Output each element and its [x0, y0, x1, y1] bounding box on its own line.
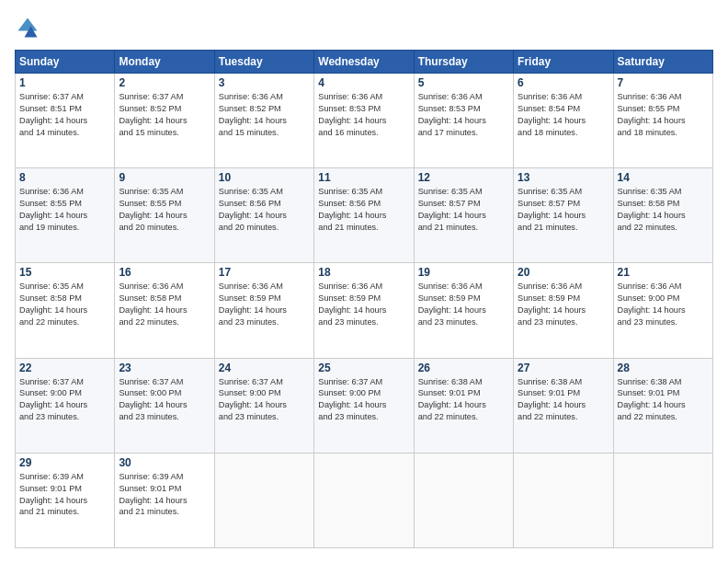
day-number: 22 [19, 362, 110, 374]
day-info: Sunrise: 6:36 AM Sunset: 8:55 PM Dayligh… [618, 91, 709, 139]
weekday-monday: Monday [115, 51, 214, 74]
logo [15, 15, 44, 40]
day-info: Sunrise: 6:35 AM Sunset: 8:56 PM Dayligh… [219, 186, 310, 234]
day-number: 11 [318, 171, 409, 184]
day-cell: 28Sunrise: 6:38 AM Sunset: 9:01 PM Dayli… [613, 358, 712, 453]
day-cell: 5Sunrise: 6:36 AM Sunset: 8:53 PM Daylig… [414, 74, 513, 168]
day-cell: 10Sunrise: 6:35 AM Sunset: 8:56 PM Dayli… [214, 168, 313, 263]
day-number: 19 [418, 266, 509, 279]
day-info: Sunrise: 6:39 AM Sunset: 9:01 PM Dayligh… [119, 471, 210, 519]
day-info: Sunrise: 6:39 AM Sunset: 9:01 PM Dayligh… [19, 471, 110, 519]
day-cell: 22Sunrise: 6:37 AM Sunset: 9:00 PM Dayli… [16, 358, 115, 453]
header [15, 15, 713, 40]
day-info: Sunrise: 6:35 AM Sunset: 8:58 PM Dayligh… [618, 186, 709, 234]
day-number: 17 [219, 266, 310, 279]
day-info: Sunrise: 6:36 AM Sunset: 8:55 PM Dayligh… [19, 186, 110, 234]
day-info: Sunrise: 6:36 AM Sunset: 8:59 PM Dayligh… [518, 281, 609, 328]
day-info: Sunrise: 6:36 AM Sunset: 8:52 PM Dayligh… [219, 91, 310, 139]
weekday-wednesday: Wednesday [314, 51, 414, 74]
day-number: 12 [418, 171, 509, 184]
day-cell: 3Sunrise: 6:36 AM Sunset: 8:52 PM Daylig… [214, 74, 313, 168]
day-info: Sunrise: 6:36 AM Sunset: 9:00 PM Dayligh… [618, 281, 709, 328]
day-info: Sunrise: 6:35 AM Sunset: 8:57 PM Dayligh… [418, 186, 509, 234]
day-cell [613, 453, 712, 547]
day-number: 16 [119, 266, 210, 279]
day-number: 4 [318, 76, 409, 89]
day-number: 14 [618, 171, 709, 184]
day-info: Sunrise: 6:37 AM Sunset: 9:00 PM Dayligh… [119, 376, 210, 424]
day-number: 9 [119, 171, 210, 184]
day-cell: 9Sunrise: 6:35 AM Sunset: 8:55 PM Daylig… [115, 168, 214, 263]
week-row-4: 22Sunrise: 6:37 AM Sunset: 9:00 PM Dayli… [16, 358, 713, 453]
day-info: Sunrise: 6:37 AM Sunset: 8:51 PM Dayligh… [19, 91, 110, 139]
day-info: Sunrise: 6:36 AM Sunset: 8:59 PM Dayligh… [418, 281, 509, 328]
calendar-table: SundayMondayTuesdayWednesdayThursdayFrid… [15, 50, 713, 548]
day-cell: 14Sunrise: 6:35 AM Sunset: 8:58 PM Dayli… [613, 168, 712, 263]
day-number: 26 [418, 362, 509, 374]
day-number: 29 [19, 456, 110, 469]
day-number: 3 [219, 76, 310, 89]
day-info: Sunrise: 6:35 AM Sunset: 8:55 PM Dayligh… [119, 186, 210, 234]
day-info: Sunrise: 6:38 AM Sunset: 9:01 PM Dayligh… [518, 376, 609, 424]
day-cell: 17Sunrise: 6:36 AM Sunset: 8:59 PM Dayli… [214, 263, 313, 358]
day-number: 21 [618, 266, 709, 279]
day-info: Sunrise: 6:37 AM Sunset: 8:52 PM Dayligh… [119, 91, 210, 139]
day-number: 2 [119, 76, 210, 89]
day-number: 20 [518, 266, 609, 279]
week-row-3: 15Sunrise: 6:35 AM Sunset: 8:58 PM Dayli… [16, 263, 713, 358]
day-number: 30 [119, 456, 210, 469]
day-cell: 24Sunrise: 6:37 AM Sunset: 9:00 PM Dayli… [214, 358, 313, 453]
day-cell: 30Sunrise: 6:39 AM Sunset: 9:01 PM Dayli… [115, 453, 214, 547]
day-cell: 13Sunrise: 6:35 AM Sunset: 8:57 PM Dayli… [514, 168, 613, 263]
day-number: 5 [418, 76, 509, 89]
day-cell: 4Sunrise: 6:36 AM Sunset: 8:53 PM Daylig… [314, 74, 414, 168]
day-info: Sunrise: 6:38 AM Sunset: 9:01 PM Dayligh… [618, 376, 709, 424]
day-cell: 11Sunrise: 6:35 AM Sunset: 8:56 PM Dayli… [314, 168, 414, 263]
day-number: 13 [518, 171, 609, 184]
day-number: 24 [219, 362, 310, 374]
day-info: Sunrise: 6:36 AM Sunset: 8:53 PM Dayligh… [418, 91, 509, 139]
day-cell: 21Sunrise: 6:36 AM Sunset: 9:00 PM Dayli… [613, 263, 712, 358]
day-cell: 29Sunrise: 6:39 AM Sunset: 9:01 PM Dayli… [16, 453, 115, 547]
day-cell: 25Sunrise: 6:37 AM Sunset: 9:00 PM Dayli… [314, 358, 414, 453]
day-cell: 2Sunrise: 6:37 AM Sunset: 8:52 PM Daylig… [115, 74, 214, 168]
page: SundayMondayTuesdayWednesdayThursdayFrid… [0, 0, 728, 563]
day-cell: 15Sunrise: 6:35 AM Sunset: 8:58 PM Dayli… [16, 263, 115, 358]
day-info: Sunrise: 6:36 AM Sunset: 8:53 PM Dayligh… [318, 91, 409, 139]
day-info: Sunrise: 6:38 AM Sunset: 9:01 PM Dayligh… [418, 376, 509, 424]
day-cell: 8Sunrise: 6:36 AM Sunset: 8:55 PM Daylig… [16, 168, 115, 263]
svg-marker-0 [18, 18, 38, 31]
week-row-2: 8Sunrise: 6:36 AM Sunset: 8:55 PM Daylig… [16, 168, 713, 263]
day-number: 28 [618, 362, 709, 374]
day-info: Sunrise: 6:36 AM Sunset: 8:59 PM Dayligh… [219, 281, 310, 328]
day-number: 25 [318, 362, 409, 374]
day-info: Sunrise: 6:37 AM Sunset: 9:00 PM Dayligh… [318, 376, 409, 424]
day-cell: 18Sunrise: 6:36 AM Sunset: 8:59 PM Dayli… [314, 263, 414, 358]
day-cell: 16Sunrise: 6:36 AM Sunset: 8:58 PM Dayli… [115, 263, 214, 358]
day-cell: 6Sunrise: 6:36 AM Sunset: 8:54 PM Daylig… [514, 74, 613, 168]
day-info: Sunrise: 6:35 AM Sunset: 8:57 PM Dayligh… [518, 186, 609, 234]
day-number: 23 [119, 362, 210, 374]
day-cell [414, 453, 513, 547]
day-number: 7 [618, 76, 709, 89]
day-number: 18 [318, 266, 409, 279]
day-info: Sunrise: 6:36 AM Sunset: 8:54 PM Dayligh… [518, 91, 609, 139]
day-number: 10 [219, 171, 310, 184]
day-cell [214, 453, 313, 547]
day-info: Sunrise: 6:37 AM Sunset: 9:00 PM Dayligh… [219, 376, 310, 424]
day-cell: 27Sunrise: 6:38 AM Sunset: 9:01 PM Dayli… [514, 358, 613, 453]
day-number: 8 [19, 171, 110, 184]
day-cell: 23Sunrise: 6:37 AM Sunset: 9:00 PM Dayli… [115, 358, 214, 453]
weekday-header-row: SundayMondayTuesdayWednesdayThursdayFrid… [16, 51, 713, 74]
day-info: Sunrise: 6:36 AM Sunset: 8:59 PM Dayligh… [318, 281, 409, 328]
day-number: 6 [518, 76, 609, 89]
day-number: 1 [19, 76, 110, 89]
day-info: Sunrise: 6:35 AM Sunset: 8:58 PM Dayligh… [19, 281, 110, 328]
day-cell [514, 453, 613, 547]
day-info: Sunrise: 6:35 AM Sunset: 8:56 PM Dayligh… [318, 186, 409, 234]
day-cell: 7Sunrise: 6:36 AM Sunset: 8:55 PM Daylig… [613, 74, 712, 168]
weekday-thursday: Thursday [414, 51, 513, 74]
weekday-tuesday: Tuesday [214, 51, 313, 74]
weekday-saturday: Saturday [613, 51, 712, 74]
day-info: Sunrise: 6:36 AM Sunset: 8:58 PM Dayligh… [119, 281, 210, 328]
